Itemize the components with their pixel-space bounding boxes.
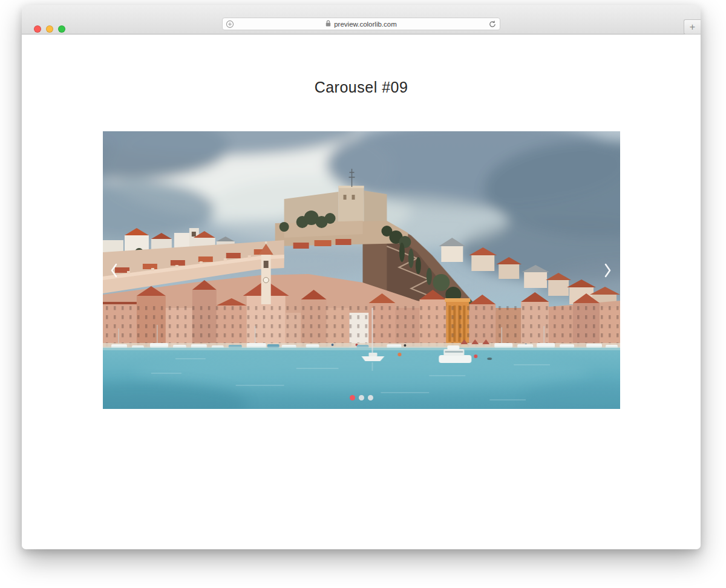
carousel-prev-button[interactable]	[106, 260, 122, 281]
traffic-light-zoom[interactable]	[58, 25, 65, 33]
lock-icon	[325, 20, 331, 28]
traffic-light-close[interactable]	[34, 25, 41, 33]
carousel-photo	[103, 131, 620, 409]
address-text: preview.colorlib.com	[334, 21, 397, 28]
traffic-light-minimize[interactable]	[46, 25, 53, 33]
circled-plus-icon[interactable]	[226, 20, 234, 30]
web-page: Carousel #09	[22, 34, 701, 549]
carousel-next-button[interactable]	[600, 260, 616, 281]
reload-icon[interactable]	[488, 20, 497, 30]
carousel-dot[interactable]	[368, 395, 373, 400]
address-bar[interactable]: preview.colorlib.com	[222, 18, 500, 30]
page-title: Carousel #09	[22, 77, 701, 97]
new-tab-button[interactable]: +	[684, 19, 701, 34]
carousel-dot[interactable]	[359, 395, 364, 400]
browser-window: preview.colorlib.com + Carousel #09	[22, 5, 701, 549]
chevron-left-icon	[110, 263, 118, 278]
carousel	[103, 131, 620, 409]
window-controls	[34, 25, 65, 33]
chevron-right-icon	[604, 263, 612, 278]
carousel-dots	[103, 395, 620, 400]
carousel-dot[interactable]	[350, 395, 355, 400]
window-titlebar[interactable]: preview.colorlib.com +	[22, 5, 701, 34]
